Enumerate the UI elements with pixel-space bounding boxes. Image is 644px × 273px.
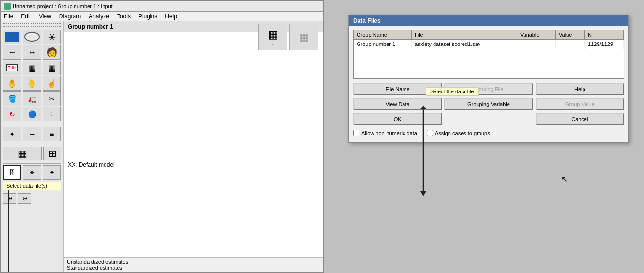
menu-file[interactable]: File xyxy=(3,13,14,20)
select-tool[interactable]: ☝ xyxy=(43,76,61,91)
assign-cases-label[interactable]: Assign cases to groups xyxy=(427,130,490,136)
ok-button[interactable]: OK xyxy=(353,113,442,125)
title-tool[interactable]: Title xyxy=(3,61,21,75)
truck-tool[interactable]: 🚛 xyxy=(23,91,41,106)
magic-tool[interactable]: ✦ xyxy=(3,127,21,141)
main-area: ⚹ ← ↔ 🧑 Title ▦ xyxy=(1,21,323,272)
arrow-left-icon: ← xyxy=(8,47,16,58)
left-arrow-line xyxy=(8,190,9,272)
button-row-1: File Name Working File Help xyxy=(353,83,624,95)
menu-diagram[interactable]: Diagram xyxy=(58,13,82,20)
grid1-tool[interactable]: ▦ xyxy=(23,61,41,75)
allow-non-numeric-checkbox[interactable] xyxy=(353,130,359,136)
col-value: Value xyxy=(556,30,585,39)
cursor-icon: ↖ xyxy=(561,174,568,183)
grid1-icon: ▦ xyxy=(29,63,36,73)
truck-icon: 🚛 xyxy=(28,95,36,103)
menu-view[interactable]: View xyxy=(38,13,52,20)
menu-plugins[interactable]: Plugins xyxy=(137,13,158,20)
node-icon: ⚹ xyxy=(48,32,56,42)
table-header-row: Group Name File Variable Value N xyxy=(354,30,624,40)
canvas-tool-icon-1: ▦ ↓ xyxy=(258,24,287,50)
group-value-button[interactable]: Group Value xyxy=(536,98,624,110)
col-group-name: Group Name xyxy=(354,30,412,39)
grid2-tool[interactable]: ▦ xyxy=(43,61,61,75)
row-value xyxy=(556,40,585,49)
grouping-variable-button[interactable]: Grouping Variable xyxy=(444,98,533,110)
hand-tool[interactable]: ✋ xyxy=(3,76,21,91)
model-label: XX: Default model xyxy=(64,159,323,170)
row-file: anxiety dataset scored1.sav xyxy=(412,40,517,49)
zoom-out-icon: ⊖ xyxy=(22,195,27,202)
grid2-icon: ▦ xyxy=(48,63,56,73)
node-network-tool[interactable]: ⚹ xyxy=(43,30,61,44)
row-group-name: Group number 1 xyxy=(354,40,412,49)
rotate-icon: ↻ xyxy=(9,110,15,118)
draw-rect-tool[interactable] xyxy=(3,30,21,44)
arrow-left-tool[interactable]: ← xyxy=(3,45,21,60)
scissors-tool[interactable]: ✂ xyxy=(43,91,61,106)
colorwheel-tool[interactable]: 🔵 xyxy=(23,107,41,121)
big-tool-1[interactable]: ▦ xyxy=(3,147,42,160)
canvas-section-bottom: XX: Default model xyxy=(64,159,323,234)
checkbox-row: Allow non-numeric data Assign cases to g… xyxy=(353,128,624,138)
bucket-tool[interactable]: 🪣 xyxy=(3,91,21,106)
rotate-tool[interactable]: ↻ xyxy=(3,107,21,121)
arrow-both-icon: ↔ xyxy=(28,47,36,58)
big-tool-2[interactable]: ⊞ xyxy=(43,147,61,160)
menu-help[interactable]: Help xyxy=(164,13,178,20)
scissors-icon: ✂ xyxy=(49,95,55,103)
dialog-title-bar: Data Files xyxy=(349,15,628,26)
canvas-area: Group number 1 ▦ ↓ ▦ XX: Default model xyxy=(64,21,323,272)
row-variable xyxy=(517,40,556,49)
select-data-tool[interactable]: 🗄 xyxy=(3,165,21,180)
title-bar: Unnamed project : Group number 1 : Input xyxy=(1,1,323,12)
cancel-button[interactable]: Cancel xyxy=(536,113,624,125)
table-body: Group number 1 anxiety dataset scored1.s… xyxy=(354,40,624,78)
db-icon: 🗄 xyxy=(9,169,15,176)
button-row-2: View Data Grouping Variable Group Value xyxy=(353,98,624,110)
network2-icon: ⚹ xyxy=(30,168,35,176)
big-icon-1: ▦ xyxy=(18,148,27,159)
app-icon xyxy=(4,3,11,10)
view-data-button[interactable]: View Data xyxy=(353,98,442,110)
person-icon: 🧑 xyxy=(46,47,57,58)
menu-bar: File Edit View Diagram Analyze Tools Plu… xyxy=(1,12,323,21)
col-n: N xyxy=(585,30,624,39)
grid4-icon: ≡ xyxy=(50,130,54,138)
zoom-out-tool[interactable]: ⊖ xyxy=(18,193,31,204)
canvas-tool-icon-2: ▦ xyxy=(289,24,318,50)
colorwheel-icon: 🔵 xyxy=(28,110,36,118)
menu-edit[interactable]: Edit xyxy=(20,13,32,20)
dots-tool[interactable]: ⁘ xyxy=(43,107,61,121)
canvas-section-top: Group number 1 ▦ ↓ ▦ xyxy=(64,21,323,159)
help-button[interactable]: Help xyxy=(536,83,624,95)
toolbar-left: ⚹ ← ↔ 🧑 Title ▦ xyxy=(1,21,64,272)
select-icon: ☝ xyxy=(47,79,57,88)
grid4-tool[interactable]: ≡ xyxy=(43,127,61,141)
draw-oval-tool[interactable] xyxy=(23,30,41,44)
network2-tool[interactable]: ⚹ xyxy=(23,165,41,180)
standardized-label: Standardized estimates xyxy=(67,265,320,271)
select-datafile-tooltip: Select data file(s) xyxy=(3,182,61,190)
grid3-icon: ⚌ xyxy=(29,130,35,138)
star-icon: ✦ xyxy=(49,169,55,176)
allow-non-numeric-label[interactable]: Allow non-numeric data xyxy=(353,130,417,136)
svg-marker-2 xyxy=(420,191,426,196)
big-icon-2: ⊞ xyxy=(48,148,57,159)
col-variable: Variable xyxy=(517,30,556,39)
hand-icon: ✋ xyxy=(7,79,17,88)
arrow-both-tool[interactable]: ↔ xyxy=(23,45,41,60)
menu-tools[interactable]: Tools xyxy=(116,13,132,20)
zoom-in-tool[interactable]: ⊕ xyxy=(3,193,16,204)
grid3-tool[interactable]: ⚌ xyxy=(23,127,41,141)
dots-icon: ⁘ xyxy=(49,111,54,118)
drag-tool[interactable]: 🤚 xyxy=(23,76,41,91)
assign-cases-checkbox[interactable] xyxy=(427,130,433,136)
star-tool[interactable]: ✦ xyxy=(43,165,61,180)
status-bar: Unstandardized estimates Standardized es… xyxy=(64,257,323,272)
person-tool[interactable]: 🧑 xyxy=(43,45,61,60)
row-n: 1129/1129 xyxy=(585,40,624,49)
menu-analyze[interactable]: Analyze xyxy=(88,13,110,20)
dialog-title: Data Files xyxy=(353,17,381,24)
